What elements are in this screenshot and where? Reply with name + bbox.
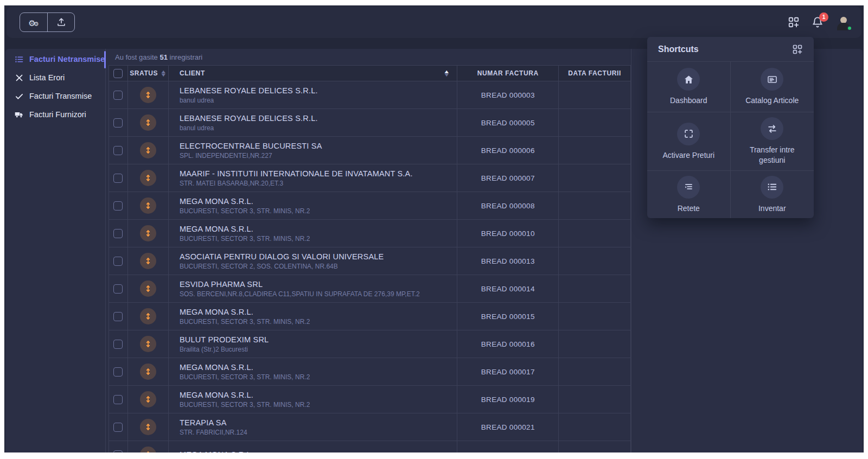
shortcut-label: Transfer intre gestiuni — [736, 145, 809, 165]
row-checkbox[interactable] — [113, 423, 123, 432]
row-checkbox[interactable] — [113, 91, 123, 100]
select-all-checkbox[interactable] — [113, 69, 123, 78]
table-header-row: SRATUS ▲▼ CLIENT ▲▼ NUMAR FACTURA DATA F… — [109, 65, 631, 81]
arrow-up-down-icon — [140, 114, 156, 131]
results-count-number: 51 — [159, 53, 167, 61]
arrow-up-down-icon — [140, 197, 156, 214]
table-row[interactable]: LEBANESE ROYALE DELICES S.R.L.banul udre… — [109, 109, 631, 137]
client-name: BULUT PRODEXIM SRL — [180, 335, 269, 344]
invoice-number: BREAD 000019 — [481, 396, 535, 404]
client-name: TERAPIA SA — [180, 418, 247, 427]
notifications-bell-icon[interactable]: 1 — [812, 16, 824, 28]
table-right-divider — [631, 49, 631, 452]
table-row[interactable]: BULUT PRODEXIM SRLBrailita (Str.)2 Bucur… — [109, 330, 631, 358]
table-row[interactable]: LEBANESE ROYALE DELICES S.R.L.banul udre… — [109, 81, 631, 109]
row-checkbox[interactable] — [113, 118, 123, 127]
shortcut-activare-preturi[interactable]: Activare Preturi — [647, 112, 731, 171]
upload-button[interactable] — [47, 13, 74, 31]
row-checkbox[interactable] — [113, 312, 123, 321]
row-checkbox[interactable] — [113, 450, 123, 453]
expand-icon — [677, 123, 700, 145]
column-header-numar-factura[interactable]: NUMAR FACTURA — [457, 66, 559, 81]
shortcut-inventar[interactable]: Inventar — [731, 171, 814, 218]
table-row[interactable]: MEGA MONA S.R.L.BUCURESTI, SECTOR 3, STR… — [109, 303, 631, 330]
table-body: LEBANESE ROYALE DELICES S.R.L.banul udre… — [109, 81, 631, 452]
apps-grid-plus-icon[interactable] — [788, 16, 800, 28]
table-row[interactable]: MEGA MONA S.R.L. — [109, 441, 631, 452]
arrow-up-down-icon — [140, 391, 156, 407]
sidebar-item-label: Facturi Netransmise — [29, 55, 105, 63]
table-row[interactable]: MAARIF - INSTITUTII INTERNATIONALE DE IN… — [109, 164, 631, 192]
sidebar-item-lista-erori[interactable]: Lista Erori — [5, 68, 105, 87]
shortcut-label: Inventar — [758, 203, 786, 214]
shortcut-retete[interactable]: Retete — [647, 171, 731, 218]
arrow-up-down-icon — [140, 419, 156, 435]
sidebar-item-facturi-netransmise[interactable]: Facturi Netransmise — [5, 50, 105, 68]
sort-carets-icon: ▲▼ — [161, 70, 167, 76]
table-row[interactable]: MEGA MONA S.R.L.BUCURESTI, SECTOR 3, STR… — [109, 220, 631, 247]
client-address: BUCURESTI, SECTOR 2, SOS. COLENTINA, NR.… — [180, 263, 384, 270]
arrow-up-down-icon — [140, 87, 156, 103]
arrow-up-down-icon — [140, 170, 156, 186]
column-header-status[interactable]: SRATUS ▲▼ — [128, 66, 169, 81]
client-name: MEGA MONA S.R.L. — [180, 225, 310, 233]
row-checkbox[interactable] — [113, 229, 123, 238]
row-checkbox[interactable] — [113, 284, 123, 294]
client-name: MAARIF - INSTITUTII INTERNATIONALE DE IN… — [180, 169, 413, 178]
invoice-number: BREAD 000003 — [481, 91, 535, 99]
row-checkbox[interactable] — [113, 201, 123, 211]
list-icon — [761, 176, 783, 199]
settings-gears-button[interactable]: ⚙⚙ — [20, 13, 47, 31]
client-name: MEGA MONA S.R.L. — [180, 363, 310, 372]
client-address: SPL. INDEPENDENTEI,NR.227 — [180, 152, 322, 160]
client-address: banul udrea — [180, 124, 318, 132]
client-address: SOS. BERCENI,NR.8,CLADIREA C11,SPATIU IN… — [180, 290, 420, 298]
client-name: MEGA MONA S.R.L. — [180, 450, 253, 452]
sidebar-active-indicator — [104, 51, 106, 68]
shortcut-catalog-articole[interactable]: Catalog Articole — [731, 62, 814, 112]
column-header-data-facturii[interactable]: DATA FACTURII — [559, 66, 631, 81]
shortcut-dashboard[interactable]: Dashboard — [647, 62, 731, 112]
arrow-up-down-icon — [140, 142, 156, 158]
row-checkbox[interactable] — [113, 257, 123, 266]
shortcuts-dropdown: Shortcuts DashboardCatalog ArticoleActiv… — [647, 37, 814, 218]
client-address: BUCURESTI, SECTOR 3, STR. MINIS, NR.2 — [180, 318, 310, 326]
table-row[interactable]: ESVIDA PHARMA SRLSOS. BERCENI,NR.8,CLADI… — [109, 275, 631, 303]
row-checkbox[interactable] — [113, 340, 123, 349]
gears-icon: ⚙⚙ — [28, 17, 39, 28]
table-row[interactable]: ASOCIATIA PENTRU DIALOG SI VALORI UNIVER… — [109, 247, 631, 275]
column-header-client[interactable]: CLIENT ▲▼ — [169, 66, 457, 81]
sidebar-item-label: Lista Erori — [29, 73, 65, 82]
invoice-number: BREAD 000008 — [481, 202, 535, 210]
row-checkbox[interactable] — [113, 146, 123, 155]
card-list-icon — [761, 68, 783, 91]
client-address: STR. FABRICII,NR.124 — [180, 429, 247, 436]
arrow-up-down-icon — [140, 280, 156, 297]
sort-carets-icon: ▲▼ — [444, 70, 450, 76]
sidebar-item-facturi-transmise[interactable]: Facturi Transmise — [5, 87, 105, 105]
client-address: BUCURESTI, SECTOR 3, STR. MINIS, NR.2 — [180, 207, 310, 215]
table-row[interactable]: MEGA MONA S.R.L.BUCURESTI, SECTOR 3, STR… — [109, 386, 631, 413]
invoice-number: BREAD 000006 — [481, 146, 535, 155]
row-checkbox[interactable] — [113, 395, 123, 404]
row-checkbox[interactable] — [113, 367, 123, 377]
x-icon — [14, 73, 24, 82]
arrow-up-down-icon — [140, 364, 156, 380]
invoice-number: BREAD 000016 — [481, 340, 535, 348]
apps-grid-plus-icon[interactable] — [792, 44, 803, 55]
home-icon — [677, 68, 700, 91]
sidebar-item-facturi-furnizori[interactable]: Facturi Furnizori — [5, 105, 105, 124]
row-checkbox[interactable] — [113, 174, 123, 183]
topbar-right-group: 1 — [788, 14, 852, 30]
table-row[interactable]: TERAPIA SASTR. FABRICII,NR.124BREAD 0000… — [109, 413, 631, 441]
client-name: LEBANESE ROYALE DELICES S.R.L. — [180, 114, 318, 123]
table-row[interactable]: MEGA MONA S.R.L.BUCURESTI, SECTOR 3, STR… — [109, 192, 631, 220]
table-row[interactable]: MEGA MONA S.R.L.BUCURESTI, SECTOR 3, STR… — [109, 358, 631, 386]
shortcut-transfer-intre-gestiuni[interactable]: Transfer intre gestiuni — [731, 112, 814, 171]
sidebar-nav: Facturi NetransmiseLista EroriFacturi Tr… — [5, 49, 105, 452]
upload-icon — [56, 17, 66, 27]
shortcuts-header: Shortcuts — [647, 37, 814, 62]
table-row[interactable]: ELECTROCENTRALE BUCURESTI SASPL. INDEPEN… — [109, 137, 631, 164]
notification-count-badge: 1 — [819, 12, 828, 22]
user-avatar[interactable] — [835, 14, 852, 30]
